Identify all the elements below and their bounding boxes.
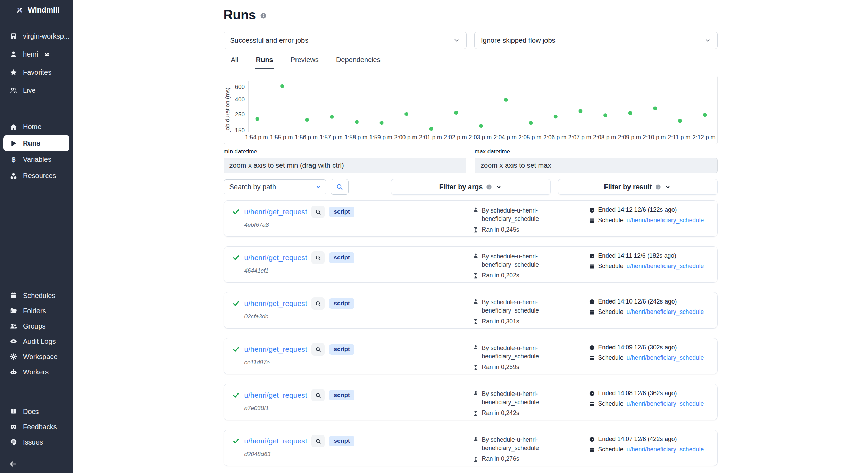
- clock-icon: [589, 390, 595, 397]
- run-card-right: Ended 14:11 12/6 (182s ago) Schedule u/h…: [589, 251, 710, 282]
- tab-all[interactable]: All: [230, 54, 240, 69]
- duration-scatter-plot[interactable]: 6004002501501:54 p.m.1:55 p.m.1:56 p.m.1…: [224, 76, 717, 143]
- inspect-run-button[interactable]: [311, 206, 325, 218]
- sidebar-collapse-button[interactable]: [0, 455, 73, 473]
- triggered-by: By schedule-u-henri-beneficiary_schedule: [482, 390, 561, 406]
- filter-by-result-button[interactable]: Filter by result: [558, 179, 718, 195]
- hourglass-icon: [473, 273, 479, 279]
- schedule-path-link[interactable]: u/henri/beneficiary_schedule: [626, 217, 704, 224]
- inspect-run-button[interactable]: [311, 389, 325, 401]
- sidebar-item-favorites[interactable]: Favorites: [0, 63, 73, 81]
- run-card[interactable]: u/henri/get_request script a7e038f1 By s…: [224, 384, 718, 420]
- user-icon: [473, 252, 479, 259]
- run-id: a7e038f1: [244, 405, 473, 412]
- flow-filter-select[interactable]: Ignore skipped flow jobs: [474, 32, 718, 49]
- inspect-run-button[interactable]: [311, 251, 325, 264]
- run-card[interactable]: u/henri/get_request script 02cfa3dc By s…: [224, 292, 718, 329]
- schedule-path-link[interactable]: u/henri/beneficiary_schedule: [626, 263, 704, 270]
- sidebar-item-workspace-switcher[interactable]: virgin-worksp...: [0, 27, 73, 45]
- run-path-link[interactable]: u/henri/get_request: [244, 254, 307, 262]
- search-icon: [315, 255, 322, 261]
- datetime-filters: min datetime max datetime: [224, 148, 718, 173]
- resources-label: Resources: [23, 172, 56, 180]
- sidebar-workspace-group: virgin-worksp... henri Favorites: [0, 20, 73, 99]
- triggered-by: By schedule-u-henri-beneficiary_schedule: [482, 298, 561, 315]
- run-path-link[interactable]: u/henri/get_request: [244, 345, 307, 354]
- svg-text:250: 250: [235, 111, 244, 118]
- schedule-path-link[interactable]: u/henri/beneficiary_schedule: [626, 446, 704, 453]
- run-ended-at: Ended 14:07 12/6 (422s ago): [598, 435, 677, 443]
- inspect-run-button[interactable]: [311, 297, 325, 310]
- tab-dependencies[interactable]: Dependencies: [335, 54, 382, 69]
- clock-icon: [589, 253, 595, 259]
- duration-chart[interactable]: 6004002501501:54 p.m.1:55 p.m.1:56 p.m.1…: [224, 76, 718, 144]
- sidebar-item-feedbacks[interactable]: Feedbacks: [0, 419, 73, 434]
- sidebar-item-runs[interactable]: Runs: [3, 135, 69, 151]
- play-icon: [10, 140, 17, 147]
- inspect-run-button[interactable]: [311, 435, 325, 447]
- svg-text:1:58 p.m.: 1:58 p.m.: [344, 134, 369, 141]
- sidebar-item-issues[interactable]: Issues: [0, 434, 73, 450]
- sidebar-item-schedules[interactable]: Schedules: [0, 288, 73, 303]
- success-check-icon: [232, 254, 240, 262]
- run-card-middle: By schedule-u-henri-beneficiary_schedule…: [473, 389, 589, 420]
- sidebar-item-resources[interactable]: Resources: [0, 168, 73, 184]
- run-duration: Ran in 0,259s: [482, 364, 519, 371]
- calendar-icon: [589, 401, 595, 407]
- sidebar-item-home[interactable]: Home: [0, 119, 73, 135]
- user-icon: [473, 207, 479, 213]
- sidebar-item-user[interactable]: henri: [0, 45, 73, 63]
- favorites-label: Favorites: [23, 68, 51, 76]
- tab-previews[interactable]: Previews: [290, 54, 320, 69]
- sidebar-item-workers[interactable]: Workers: [0, 364, 73, 380]
- run-card[interactable]: u/henri/get_request script ce11d97e By s…: [224, 338, 718, 374]
- home-icon: [10, 123, 17, 131]
- success-check-icon: [232, 437, 240, 445]
- cubes-icon: [10, 172, 17, 180]
- hourglass-icon: [473, 318, 479, 325]
- search-button[interactable]: [331, 179, 349, 195]
- max-datetime-input[interactable]: [475, 158, 718, 173]
- run-connector: [242, 420, 242, 430]
- inspect-run-button[interactable]: [311, 343, 325, 356]
- filter-by-args-button[interactable]: Filter by args: [391, 179, 551, 195]
- svg-text:2:09 p.m.: 2:09 p.m.: [618, 134, 642, 141]
- page-header: Runs: [224, 8, 718, 23]
- clock-icon: [589, 436, 595, 442]
- svg-text:1:59 p.m.: 1:59 p.m.: [369, 134, 394, 141]
- min-datetime-input[interactable]: [224, 158, 467, 173]
- docs-label: Docs: [23, 408, 39, 416]
- search-filter-row: Search by path Filter by args: [224, 179, 718, 195]
- sidebar-item-groups[interactable]: Groups: [0, 318, 73, 334]
- sidebar-item-folders[interactable]: Folders: [0, 303, 73, 318]
- app-logo[interactable]: Windmill: [0, 0, 73, 20]
- sidebar-item-live[interactable]: Live: [0, 81, 73, 99]
- job-kind-badge: script: [329, 390, 354, 400]
- schedule-path-link[interactable]: u/henri/beneficiary_schedule: [626, 354, 704, 362]
- run-card[interactable]: u/henri/get_request script 46441cf1 By s…: [224, 246, 718, 283]
- job-status-select[interactable]: Successful and error jobs: [224, 32, 467, 49]
- schedule-path-link[interactable]: u/henri/beneficiary_schedule: [626, 400, 704, 407]
- run-ended-at: Ended 14:09 12/6 (302s ago): [598, 344, 677, 351]
- run-path-link[interactable]: u/henri/get_request: [244, 208, 307, 216]
- run-path-link[interactable]: u/henri/get_request: [244, 299, 307, 308]
- run-card-left: u/henri/get_request script a7e038f1: [232, 389, 473, 420]
- search-icon: [315, 300, 322, 307]
- info-icon[interactable]: [260, 13, 267, 19]
- sidebar-item-workspace-settings[interactable]: Workspace: [0, 349, 73, 364]
- run-path-link[interactable]: u/henri/get_request: [244, 391, 307, 399]
- run-card[interactable]: u/henri/get_request script 4ebf67a8 By s…: [224, 200, 718, 237]
- run-connector: [242, 283, 242, 292]
- run-path-link[interactable]: u/henri/get_request: [244, 437, 307, 445]
- run-id: 46441cf1: [244, 267, 473, 274]
- search-by-path-value: Search by path: [229, 183, 276, 191]
- run-card[interactable]: u/henri/get_request script d2048d63 By s…: [224, 430, 718, 466]
- tab-runs[interactable]: Runs: [255, 54, 274, 69]
- search-by-path-select[interactable]: Search by path: [224, 179, 326, 194]
- run-card-middle: By schedule-u-henri-beneficiary_schedule…: [473, 206, 589, 236]
- sidebar-item-docs[interactable]: Docs: [0, 404, 73, 419]
- sidebar-item-audit-logs[interactable]: Audit Logs: [0, 334, 73, 349]
- clock-icon: [589, 299, 595, 305]
- sidebar-item-variables[interactable]: $ Variables: [0, 151, 73, 168]
- schedule-path-link[interactable]: u/henri/beneficiary_schedule: [626, 308, 704, 316]
